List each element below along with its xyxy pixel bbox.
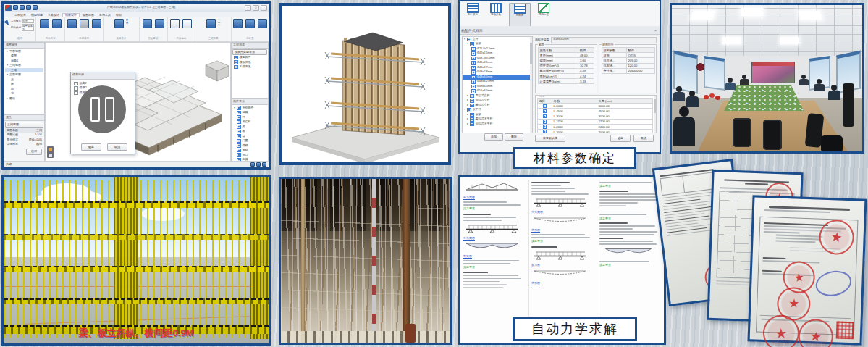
check-pass: 满足要求 <box>463 266 526 269</box>
tool-icon[interactable] <box>52 19 62 28</box>
person <box>799 75 809 86</box>
dim-row[interactable]: L-60006000.00 <box>538 104 653 109</box>
category-select[interactable]: 脚手架体系 <box>22 24 34 31</box>
section-row[interactable]: 面积A(cm^2)4.24 <box>539 73 594 78</box>
add-button[interactable]: 添加 <box>484 133 503 141</box>
material-groupbox: 材料特性 材料参数数值 材质Q235 抗弯强...205.00 抗剪强...12… <box>599 44 657 93</box>
status-icon[interactable] <box>262 162 266 167</box>
tool-checklist: ▪ ▪▪ ▪▪ ▪ <box>218 19 220 27</box>
diagram-caption[interactable]: 受力简图 <box>463 196 526 200</box>
mode-select[interactable]: 标准 <box>22 19 34 23</box>
cancel-button[interactable]: 取消 <box>633 135 654 142</box>
ribbon-tab-row: 工程设置 模型创建 方案设计 模板设计 绘图出图 常用工具 帮助 <box>4 12 269 17</box>
dialog-close-icon[interactable]: × <box>654 28 657 33</box>
browser-item[interactable]: 支撑体系 <box>232 64 267 70</box>
section-row[interactable]: 壁厚(mm)3.00 <box>539 58 594 63</box>
material-row[interactable]: 抗剪强...120.00 <box>602 63 655 68</box>
model-canvas[interactable]: 楼层选择 标高2 楼层2 楼层1 确定 取消 <box>45 42 231 162</box>
dialog-ok-button[interactable]: 确定 <box>81 143 101 151</box>
close-button[interactable]: × <box>261 5 267 11</box>
dim-row[interactable]: L-45004500.00 <box>538 109 653 114</box>
diagram-caption[interactable]: 变形图 <box>531 282 594 285</box>
diagram-caption[interactable]: 变形图 <box>531 229 594 233</box>
section-row[interactable]: 直径(mm)48.00 <box>539 53 594 58</box>
person <box>814 79 825 92</box>
delete-button[interactable]: 删除 <box>505 133 523 141</box>
component-tree: ▾立杆 ▾钢管 Φ26.8x2.5mm Φ42x2.5mm Φ48.3x3.6m… <box>462 36 533 133</box>
hard-hats <box>704 93 722 102</box>
red-square-seal <box>835 321 854 339</box>
panel-title: 属性 <box>4 115 44 121</box>
ledger-band <box>4 234 269 240</box>
level-select-dialog[interactable]: 楼层选择 标高2 楼层2 楼层1 确定 取消 <box>70 72 135 154</box>
check-pass: 满足要求 <box>599 264 663 267</box>
tool-icon[interactable] <box>233 19 243 28</box>
section-row[interactable]: 计算重量(kg/m)3.33 <box>539 79 594 84</box>
dim-row[interactable]: L-30003000.00 <box>538 114 653 119</box>
tool-icon[interactable] <box>80 19 89 28</box>
section-row[interactable]: 惯性矩I(cm^4)10.78 <box>539 63 594 68</box>
tool-icon[interactable] <box>143 19 152 28</box>
canvas-mini-toolbar[interactable] <box>47 146 54 158</box>
tree-item[interactable]: ▸轮扣式水平杆 <box>463 122 532 127</box>
groupbox-title: 尺寸 <box>538 95 545 97</box>
approval-doc-front: ★ ★ ★ ★ ★ <box>748 195 867 345</box>
select-arrow-icon[interactable] <box>4 20 11 27</box>
toolbar-button-active[interactable]: 材料库 <box>509 3 531 28</box>
property-row[interactable]: 详细程度精细 <box>5 142 43 147</box>
tool-icon[interactable] <box>206 19 216 28</box>
col-header: 数值 <box>578 48 594 53</box>
toolbar-button[interactable]: 荷载参数 <box>486 3 506 28</box>
property-type-select[interactable]: 三维视图 <box>5 122 43 128</box>
material-row[interactable]: 抗弯强...205.00 <box>602 58 655 63</box>
diagram-caption[interactable]: 弯矩图 <box>463 255 526 259</box>
tree-scrollbar[interactable] <box>530 37 532 133</box>
report-page-2: 受力简图 变形图 满足要求 剪力图 变形图 <box>531 180 597 340</box>
status-icon[interactable] <box>250 162 255 167</box>
col-header: 长度 (mm) <box>597 99 653 104</box>
tool-icon[interactable] <box>258 19 267 28</box>
material-row[interactable]: 弹性模...206000.00 <box>602 68 655 73</box>
dim-row[interactable]: L-20002000.00 <box>538 130 653 133</box>
col-header: 选择 <box>538 99 552 104</box>
chair <box>733 118 751 147</box>
col-header: 名称 <box>552 99 597 104</box>
status-bar: 就绪 <box>4 161 269 167</box>
material-row[interactable]: 材质Q235 <box>602 53 655 58</box>
column-formwork-render <box>279 3 451 165</box>
person <box>673 86 685 102</box>
check-pass: 满足要求 <box>599 217 663 221</box>
ribbon-group-output: 方案输出 <box>168 17 196 41</box>
apply-button[interactable]: 应用 <box>26 149 42 155</box>
browse-mode-select[interactable]: 按构件类型显示 <box>232 49 267 56</box>
dim-row[interactable]: L-27002700.00 <box>538 119 653 124</box>
tool-icon[interactable] <box>40 19 49 28</box>
minimize-button[interactable]: – <box>245 5 251 11</box>
quick-access-toolbar[interactable] <box>13 5 38 10</box>
dialog-cancel-button[interactable]: 取消 <box>107 143 127 151</box>
tool-icon[interactable] <box>170 19 180 28</box>
restore-default-button[interactable]: 恢复默认值 <box>535 135 565 142</box>
toolbar-button[interactable]: 工程设置 <box>463 3 483 28</box>
tool-icon[interactable] <box>67 19 77 28</box>
tool-icon[interactable] <box>155 19 164 28</box>
maximize-button[interactable]: ▢ <box>253 5 259 11</box>
tool-icon[interactable] <box>92 19 101 28</box>
tool-icon[interactable] <box>245 19 255 28</box>
status-icon[interactable] <box>256 162 261 167</box>
tool-icon[interactable] <box>182 19 192 28</box>
toolbar-button[interactable]: 规范标准 <box>534 3 554 28</box>
load-diagram <box>463 180 521 193</box>
dim-row[interactable]: L-24002400.00 <box>538 124 653 129</box>
param-software-window: 工程设置 荷载参数 材料库 规范标准 构配件式样库 × 杆件 连接 其他 ▾立杆 <box>458 0 661 154</box>
material-library-icon <box>514 4 526 14</box>
beam-diagram <box>463 222 521 234</box>
ribbon-group-3dtools: ▪ ▪▪ ▪▪ ▪ 三维工具 <box>195 17 232 41</box>
view-tree-item[interactable]: ▸图纸 <box>5 96 43 101</box>
tool-icon[interactable] <box>114 19 124 28</box>
panel-title: 视图管理 <box>4 43 44 49</box>
ok-button[interactable]: 确定 <box>610 135 631 142</box>
person <box>686 91 699 108</box>
section-row[interactable]: 截面模量W(cm^4)4.49 <box>539 68 594 73</box>
dim-scrollbar[interactable] <box>654 96 656 133</box>
